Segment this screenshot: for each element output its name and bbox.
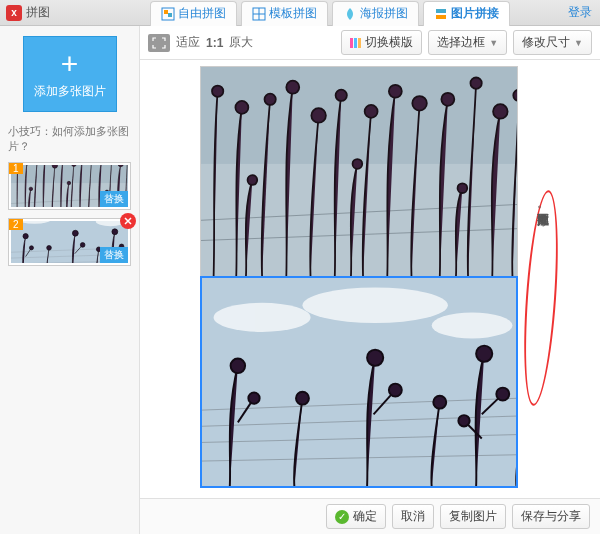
add-images-label: 添加多张图片: [34, 83, 106, 100]
select-border-label: 选择边框: [437, 34, 485, 51]
add-images-button[interactable]: + 添加多张图片: [23, 36, 117, 112]
tip-text[interactable]: 小技巧：如何添加多张图片？: [8, 124, 131, 154]
plus-icon: +: [61, 49, 79, 79]
tab-free[interactable]: 自由拼图: [150, 1, 237, 26]
toggle-layout-button[interactable]: 切换横版: [341, 30, 422, 55]
cell-image: [201, 277, 517, 487]
titlebar: x 拼图 自由拼图 模板拼图 海报拼图 图片拼接 登录: [0, 0, 600, 26]
fit-label[interactable]: 适应: [176, 34, 200, 51]
tab-stitch[interactable]: 图片拼接: [423, 1, 510, 26]
thumbnail-number: 2: [9, 219, 23, 230]
annotation-circle: [519, 189, 564, 407]
svg-rect-37: [436, 9, 446, 13]
svg-rect-33: [168, 13, 172, 17]
zoom-ratio[interactable]: 1:1: [206, 36, 223, 50]
template-collage-icon: [252, 7, 266, 21]
thumbnail-list: 1 替换 2 替换: [8, 162, 131, 274]
stitch-cell[interactable]: [201, 67, 517, 277]
replace-button[interactable]: 替换: [100, 191, 128, 207]
stage: [200, 66, 518, 488]
zoom-controls: 适应 1:1 原大: [148, 34, 253, 52]
tab-label: 图片拼接: [451, 5, 499, 22]
mode-tabs: 自由拼图 模板拼图 海报拼图 图片拼接: [150, 1, 510, 26]
tab-label: 模板拼图: [269, 5, 317, 22]
fit-button[interactable]: [148, 34, 170, 52]
chevron-down-icon: ▼: [489, 38, 498, 48]
sidebar: + 添加多张图片 小技巧：如何添加多张图片？ 1 替换 2 替换: [0, 26, 140, 534]
app-title: 拼图: [26, 4, 50, 21]
select-border-button[interactable]: 选择边框 ▼: [428, 30, 507, 55]
tab-label: 自由拼图: [178, 5, 226, 22]
save-share-button[interactable]: 保存与分享: [512, 504, 590, 529]
login-link[interactable]: 登录: [568, 4, 592, 21]
main: + 添加多张图片 小技巧：如何添加多张图片？ 1 替换 2 替换: [0, 26, 600, 534]
free-collage-icon: [161, 7, 175, 21]
copy-image-button[interactable]: 复制图片: [440, 504, 506, 529]
cancel-label: 取消: [401, 508, 425, 525]
footer: ✓ 确定 取消 复制图片 保存与分享: [140, 498, 600, 534]
close-icon: [124, 217, 132, 225]
check-icon: ✓: [335, 510, 349, 524]
chevron-down-icon: ▼: [574, 38, 583, 48]
thumbnail-item[interactable]: 2 替换: [8, 218, 131, 266]
fit-icon: [152, 37, 166, 49]
workspace[interactable]: 可拖动图片更换顺序。: [140, 60, 600, 498]
ok-button[interactable]: ✓ 确定: [326, 504, 386, 529]
svg-rect-32: [164, 10, 168, 14]
stitch-cell[interactable]: [201, 277, 517, 487]
resize-button[interactable]: 修改尺寸 ▼: [513, 30, 592, 55]
tab-label: 海报拼图: [360, 5, 408, 22]
original-size-label[interactable]: 原大: [229, 34, 253, 51]
ok-label: 确定: [353, 508, 377, 525]
annotation-text: 可拖动图片更换顺序。: [534, 204, 550, 216]
cancel-button[interactable]: 取消: [392, 504, 434, 529]
thumbnail-number: 1: [9, 163, 23, 174]
app-icon: x: [6, 5, 22, 21]
toolbar-right: 切换横版 选择边框 ▼ 修改尺寸 ▼: [341, 30, 592, 55]
replace-button[interactable]: 替换: [100, 247, 128, 263]
tab-template[interactable]: 模板拼图: [241, 1, 328, 26]
stitch-icon: [434, 7, 448, 21]
tab-poster[interactable]: 海报拼图: [332, 1, 419, 26]
cell-image: [201, 67, 517, 277]
resize-label: 修改尺寸: [522, 34, 570, 51]
copy-image-label: 复制图片: [449, 508, 497, 525]
canvas-area: 适应 1:1 原大 切换横版 选择边框 ▼ 修改尺寸 ▼: [140, 26, 600, 534]
save-share-label: 保存与分享: [521, 508, 581, 525]
canvas-toolbar: 适应 1:1 原大 切换横版 选择边框 ▼ 修改尺寸 ▼: [140, 26, 600, 60]
svg-rect-38: [436, 15, 446, 19]
layout-icon: [350, 38, 361, 48]
toggle-layout-label: 切换横版: [365, 34, 413, 51]
delete-thumbnail-button[interactable]: [120, 213, 136, 229]
thumbnail-item[interactable]: 1 替换: [8, 162, 131, 210]
poster-collage-icon: [343, 7, 357, 21]
